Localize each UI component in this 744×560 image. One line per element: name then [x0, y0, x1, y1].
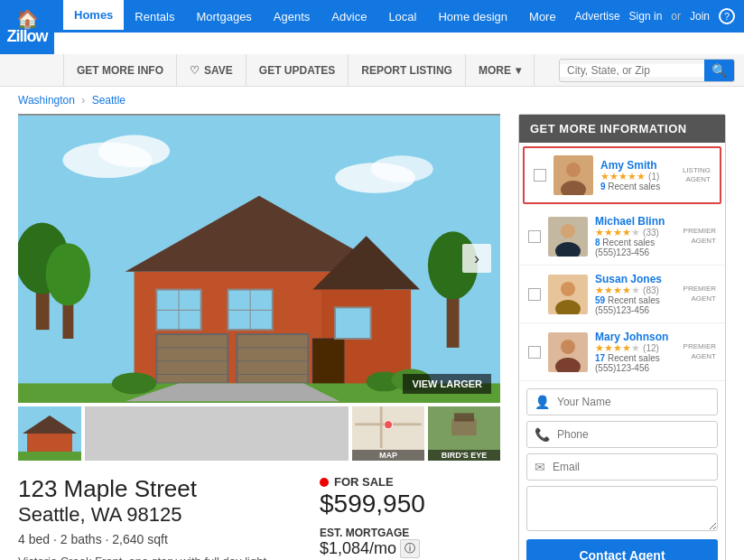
search-button[interactable]: 🔍 [704, 60, 734, 81]
nav-item-mortgages[interactable]: Mortgages [185, 0, 262, 33]
map-label: MAP [352, 450, 424, 461]
agent-photo-4 [548, 332, 588, 372]
thumbnail-house[interactable] [18, 406, 81, 461]
address-line1: 123 Maple Street [18, 475, 302, 503]
svg-rect-30 [335, 307, 371, 339]
more-button[interactable]: MORE ▾ [466, 54, 535, 87]
agent-checkbox-3[interactable] [528, 288, 541, 301]
property-address: 123 Maple Street Seattle, WA 98125 4 bed… [18, 475, 302, 560]
logo[interactable]: 🏠 Zillow [0, 0, 54, 54]
breadcrumb-city[interactable]: Seattle [92, 94, 126, 107]
email-input[interactable] [553, 461, 717, 473]
name-field-wrapper: 👤 [526, 388, 718, 415]
get-updates-button[interactable]: GET UPDATES [246, 54, 349, 87]
agent-row-4[interactable]: Mary Johnson ★★★★★ (12) 17 Recent sales … [519, 323, 725, 381]
svg-rect-19 [156, 334, 228, 383]
save-button[interactable]: ♡ SAVE [177, 54, 246, 87]
agent-badge-3: PREMIERAGENT [684, 285, 716, 303]
contact-form: 👤 📞 ✉ Contact Agent I want to get pre-ap… [519, 381, 725, 560]
nav-item-homes[interactable]: Homes [63, 0, 124, 33]
svg-point-54 [561, 282, 575, 296]
nav-item-advice[interactable]: Advice [321, 0, 377, 33]
agent-recent-2: 8 Recent sales [595, 238, 676, 247]
main-nav: Homes Rentals Mortgages Agents Advice Lo… [63, 0, 575, 33]
nav-right: Advertise Sign in or Join ? [575, 8, 735, 24]
agent-rating-4: (12) [643, 343, 659, 353]
agent-info-3: Susan Jones ★★★★★ (83) 59 Recent sales (… [595, 273, 676, 315]
agent-stars-2: ★★★★★ (33) [595, 228, 676, 238]
phone-icon: 📞 [527, 427, 557, 442]
agent-row-3[interactable]: Susan Jones ★★★★★ (83) 59 Recent sales (… [519, 266, 725, 323]
sub-nav: GET MORE INFO ♡ SAVE GET UPDATES REPORT … [0, 54, 744, 87]
nav-item-more[interactable]: More [518, 0, 567, 33]
breadcrumb-state[interactable]: Washington [18, 94, 75, 107]
agent-rating-1: (1) [648, 172, 659, 182]
search-box: 🔍 [559, 59, 735, 82]
agent-checkbox-1[interactable] [534, 169, 546, 182]
mortgage-info-button[interactable]: ⓘ [400, 539, 420, 558]
for-sale-dot [320, 478, 329, 487]
agent-info-4: Mary Johnson ★★★★★ (12) 17 Recent sales … [595, 331, 676, 373]
help-button[interactable]: ? [719, 8, 735, 24]
agent-phone-3: (555)123-456 [595, 305, 676, 315]
agent-info-1: Amy Smith ★★★★★ (1) 9 Recent sales [600, 159, 675, 191]
phone-input[interactable] [557, 428, 717, 441]
chevron-down-icon: ▾ [516, 64, 521, 77]
agent-checkbox-2[interactable] [528, 230, 541, 243]
agent-row-1[interactable]: Amy Smith ★★★★★ (1) 9 Recent sales LISTI… [523, 146, 721, 204]
agent-stars-1: ★★★★★ (1) [600, 172, 675, 182]
agent-badge-2: PREMIERAGENT [684, 227, 716, 246]
contact-agent-button[interactable]: Contact Agent [526, 539, 718, 560]
view-larger-button[interactable]: VIEW LARGER [403, 374, 491, 394]
agent-recent-3: 59 Recent sales [595, 295, 676, 305]
agent-stars-3: ★★★★★ (83) [595, 285, 676, 295]
agent-rating-2: (33) [643, 228, 659, 238]
agent-checkbox-4[interactable] [528, 346, 541, 359]
info-panel: GET MORE INFORMATION Amy Smith ★★★★★ [518, 114, 726, 560]
agent-phone-4: (555)123-456 [595, 363, 676, 373]
search-input[interactable] [560, 64, 704, 77]
nav-item-rentals[interactable]: Rentals [124, 0, 185, 33]
thumbnail-birdseye[interactable]: BIRD'S EYE [428, 406, 500, 461]
agent-stars-4: ★★★★★ (12) [595, 343, 676, 353]
thumbnail-map[interactable]: MAP [352, 406, 424, 461]
for-sale-status: FOR SALE [320, 475, 500, 489]
message-textarea[interactable] [526, 486, 718, 531]
svg-point-2 [98, 135, 170, 168]
svg-point-48 [566, 163, 581, 177]
advertise-link[interactable]: Advertise [575, 10, 620, 23]
name-input[interactable] [557, 396, 717, 408]
agent-name-1: Amy Smith [600, 159, 675, 172]
agent-name-3: Susan Jones [595, 273, 676, 285]
join-link[interactable]: Join [690, 10, 710, 23]
agent-photo-3 [548, 275, 588, 314]
nav-item-homedesign[interactable]: Home design [427, 0, 518, 33]
nav-item-local[interactable]: Local [377, 0, 427, 33]
nav-item-agents[interactable]: Agents [263, 0, 321, 33]
agent-row-2[interactable]: Michael Blinn ★★★★★ (33) 8 Recent sales … [519, 208, 725, 266]
breadcrumb-separator: › [81, 94, 85, 107]
property-image-area: › VIEW LARGER [18, 114, 500, 403]
svg-point-8 [46, 243, 90, 305]
get-more-info-button[interactable]: GET MORE INFO [63, 54, 177, 87]
save-label: SAVE [204, 64, 233, 77]
sign-in-link[interactable]: Sign in [629, 10, 663, 23]
agent-rating-3: (83) [643, 285, 659, 295]
svg-point-57 [561, 340, 575, 354]
next-image-button[interactable]: › [462, 244, 491, 273]
est-mortgage-label: EST. MORTGAGE [320, 527, 500, 539]
property-description: Victoria Creek Front, one story with ful… [18, 554, 302, 560]
more-label: MORE [479, 64, 511, 77]
property-price: FOR SALE $599,950 EST. MORTGAGE $1,084/m… [320, 475, 500, 560]
svg-point-4 [371, 155, 433, 182]
heart-icon: ♡ [190, 64, 200, 77]
left-column: › VIEW LARGER [18, 114, 500, 560]
agent-phone-2: (555)123-456 [595, 247, 676, 257]
svg-point-31 [112, 373, 156, 395]
agent-badge-1: LISTINGAGENT [683, 166, 711, 185]
report-listing-button[interactable]: REPORT LISTING [349, 54, 466, 87]
agent-row-inner-1[interactable]: Amy Smith ★★★★★ (1) 9 Recent sales LISTI… [525, 148, 720, 202]
agent-name-4: Mary Johnson [595, 331, 676, 343]
svg-rect-39 [18, 452, 81, 461]
svg-point-43 [384, 421, 392, 429]
